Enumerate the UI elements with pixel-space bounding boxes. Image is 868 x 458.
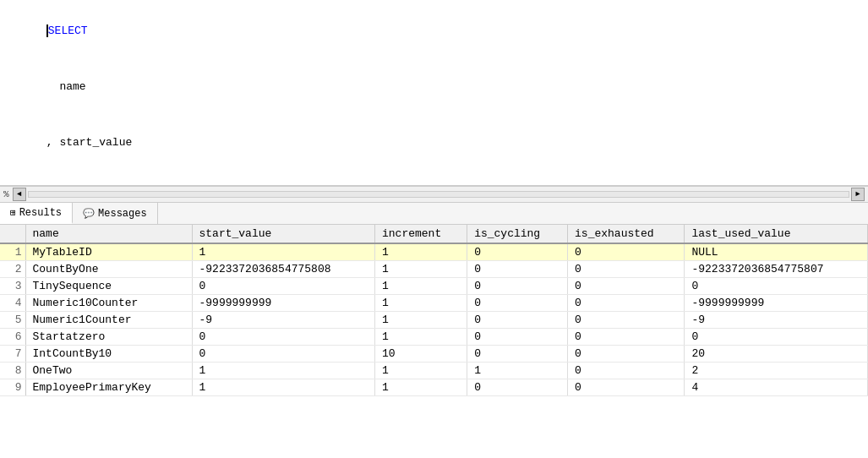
cell-increment: 1 xyxy=(375,278,467,295)
tab-results-label: Results xyxy=(19,207,62,219)
cell-name: Numeric10Counter xyxy=(25,295,192,312)
zoom-percent: % xyxy=(3,189,9,199)
cell-is_cycling: 1 xyxy=(467,363,568,379)
cell-is_exhausted: 0 xyxy=(568,379,685,396)
row-number: 6 xyxy=(0,329,25,346)
cell-last_used_value: NULL xyxy=(685,243,868,261)
sql-line-3: , start_value xyxy=(7,115,861,171)
scroll-track[interactable] xyxy=(28,191,849,198)
table-row[interactable]: 4Numeric10Counter-9999999999100-99999999… xyxy=(0,295,868,312)
sql-editor[interactable]: SELECT name , start_value , increment , … xyxy=(0,0,868,186)
row-number: 9 xyxy=(0,379,25,396)
cell-increment: 1 xyxy=(375,312,467,329)
cell-is_cycling: 0 xyxy=(467,295,568,312)
results-grid-icon: ⊞ xyxy=(10,207,16,218)
cell-start_value: 0 xyxy=(192,278,375,295)
cell-increment: 1 xyxy=(375,243,467,261)
bottom-section: ⊞ Results 💬 Messages name start_value in… xyxy=(0,203,868,458)
cell-last_used_value: 0 xyxy=(685,278,868,295)
tab-messages[interactable]: 💬 Messages xyxy=(73,203,158,224)
cell-is_exhausted: 0 xyxy=(568,329,685,346)
col-header-last-used-value: last_used_value xyxy=(685,225,868,243)
col-header-is-cycling: is_cycling xyxy=(467,225,568,243)
cell-start_value: -9999999999 xyxy=(192,295,375,312)
col-header-start-value: start_value xyxy=(192,225,375,243)
row-number: 8 xyxy=(0,363,25,379)
table-row[interactable]: 8OneTwo11102 xyxy=(0,363,868,379)
cell-increment: 10 xyxy=(375,346,467,363)
col-header-name: name xyxy=(25,225,192,243)
cell-start_value: -9223372036854775808 xyxy=(192,261,375,278)
tab-results[interactable]: ⊞ Results xyxy=(0,203,73,224)
cell-name: EmployeePrimaryKey xyxy=(25,379,192,396)
cell-name: MyTableID xyxy=(25,243,192,261)
cell-name: OneTwo xyxy=(25,363,192,379)
cell-last_used_value: 4 xyxy=(685,379,868,396)
cell-is_cycling: 0 xyxy=(467,312,568,329)
table-row[interactable]: 5Numeric1Counter-9100-9 xyxy=(0,312,868,329)
cell-is_exhausted: 0 xyxy=(568,346,685,363)
row-number: 5 xyxy=(0,312,25,329)
cell-increment: 1 xyxy=(375,379,467,396)
cell-increment: 1 xyxy=(375,295,467,312)
cell-is_exhausted: 0 xyxy=(568,261,685,278)
cell-increment: 1 xyxy=(375,363,467,379)
cell-name: TinySequence xyxy=(25,278,192,295)
tab-messages-label: Messages xyxy=(98,208,147,220)
cell-start_value: 1 xyxy=(192,363,375,379)
cell-last_used_value: 20 xyxy=(685,346,868,363)
cell-increment: 1 xyxy=(375,261,467,278)
scroll-left-btn[interactable]: ◄ xyxy=(13,188,26,201)
cell-last_used_value: 2 xyxy=(685,363,868,379)
cell-last_used_value: 0 xyxy=(685,329,868,346)
cell-is_exhausted: 0 xyxy=(568,295,685,312)
cell-is_cycling: 0 xyxy=(467,261,568,278)
cell-is_exhausted: 0 xyxy=(568,278,685,295)
messages-icon: 💬 xyxy=(83,208,95,219)
row-number: 4 xyxy=(0,295,25,312)
col-header-is-exhausted: is_exhausted xyxy=(568,225,685,243)
results-container[interactable]: name start_value increment is_cycling is… xyxy=(0,225,868,458)
sql-line-2: name xyxy=(7,59,861,115)
cell-is_cycling: 0 xyxy=(467,243,568,261)
cell-is_exhausted: 0 xyxy=(568,363,685,379)
table-row[interactable]: 7IntCountBy100100020 xyxy=(0,346,868,363)
row-num-header xyxy=(0,225,25,243)
cell-last_used_value: -9 xyxy=(685,312,868,329)
table-row[interactable]: 3TinySequence01000 xyxy=(0,278,868,295)
cell-is_cycling: 0 xyxy=(467,329,568,346)
row-number: 2 xyxy=(0,261,25,278)
row-number: 7 xyxy=(0,346,25,363)
keyword-select: SELECT xyxy=(48,25,88,37)
cell-is_cycling: 0 xyxy=(467,379,568,396)
cell-name: CountByOne xyxy=(25,261,192,278)
cell-increment: 1 xyxy=(375,329,467,346)
cell-start_value: 1 xyxy=(192,243,375,261)
cell-is_cycling: 0 xyxy=(467,346,568,363)
cell-name: Numeric1Counter xyxy=(25,312,192,329)
cell-start_value: 0 xyxy=(192,329,375,346)
row-number: 3 xyxy=(0,278,25,295)
table-row[interactable]: 9EmployeePrimaryKey11004 xyxy=(0,379,868,396)
cell-name: Startatzero xyxy=(25,329,192,346)
cell-last_used_value: -9999999999 xyxy=(685,295,868,312)
cell-start_value: 0 xyxy=(192,346,375,363)
cell-last_used_value: -9223372036854775807 xyxy=(685,261,868,278)
cell-is_exhausted: 0 xyxy=(568,312,685,329)
table-row[interactable]: 1MyTableID1100NULL xyxy=(0,243,868,261)
cell-is_cycling: 0 xyxy=(467,278,568,295)
col-header-increment: increment xyxy=(375,225,467,243)
table-row[interactable]: 6Startatzero01000 xyxy=(0,329,868,346)
cell-start_value: -9 xyxy=(192,312,375,329)
sql-line-1: SELECT xyxy=(7,3,861,59)
scroll-right-btn[interactable]: ► xyxy=(851,188,865,201)
cell-is_exhausted: 0 xyxy=(568,243,685,261)
main-content: SELECT name , start_value , increment , … xyxy=(0,0,868,458)
tabs-bar: ⊞ Results 💬 Messages xyxy=(0,203,868,225)
cell-name: IntCountBy10 xyxy=(25,346,192,363)
row-number: 1 xyxy=(0,243,25,261)
results-table: name start_value increment is_cycling is… xyxy=(0,225,868,396)
table-row[interactable]: 2CountByOne-9223372036854775808100-92233… xyxy=(0,261,868,278)
horizontal-scrollbar[interactable]: % ◄ ► xyxy=(0,186,868,203)
table-header-row: name start_value increment is_cycling is… xyxy=(0,225,868,243)
